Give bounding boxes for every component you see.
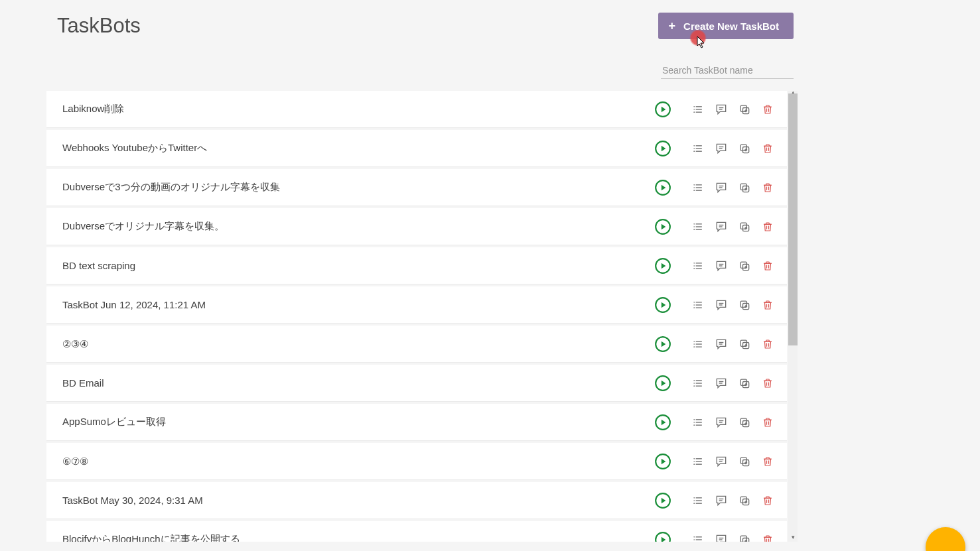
task-row[interactable]: ②③④ [46,326,787,362]
steps-button[interactable] [686,293,709,317]
steps-button[interactable] [686,137,709,160]
steps-button[interactable] [686,332,709,356]
steps-button[interactable] [686,410,709,434]
comment-button[interactable] [709,371,733,395]
delete-button[interactable] [756,528,779,542]
play-icon [654,179,671,196]
delete-button[interactable] [756,371,779,395]
play-button[interactable] [651,528,674,542]
delete-button[interactable] [756,450,779,473]
task-name-label: Dubverseで3つ分の動画のオリジナル字幕を収集 [62,181,651,194]
delete-button[interactable] [756,176,779,200]
task-row[interactable]: Dubverseでオリジナル字幕を収集。 [46,208,787,245]
task-row[interactable]: Dubverseで3つ分の動画のオリジナル字幕を収集 [46,169,787,206]
delete-button[interactable] [756,410,779,434]
play-button[interactable] [651,215,674,239]
task-row[interactable]: AppSumoレビュー取得 [46,404,787,440]
play-button[interactable] [651,450,674,473]
delete-button[interactable] [756,137,779,160]
duplicate-button[interactable] [733,176,756,200]
steps-button[interactable] [686,215,709,239]
play-icon [654,492,671,509]
delete-button[interactable] [756,293,779,317]
comment-button[interactable] [709,97,733,121]
trash-icon [762,220,774,233]
list-icon [691,494,705,507]
task-row[interactable]: Webhooks YoutubeからTwitterへ [46,130,787,166]
comment-button[interactable] [709,254,733,278]
scrollbar-track[interactable]: ▴ ▾ [788,91,798,542]
comment-button[interactable] [709,489,733,513]
play-button[interactable] [651,371,674,395]
list-icon [691,220,705,233]
chat-icon [715,533,728,542]
delete-button[interactable] [756,97,779,121]
delete-button[interactable] [756,489,779,513]
play-button[interactable] [651,332,674,356]
duplicate-button[interactable] [733,137,756,160]
list-icon [691,455,705,468]
task-actions [651,410,787,434]
play-button[interactable] [651,254,674,278]
comment-button[interactable] [709,332,733,356]
task-row[interactable]: ⑥⑦⑧ [46,443,787,479]
comment-button[interactable] [709,215,733,239]
comment-button[interactable] [709,528,733,542]
play-button[interactable] [651,489,674,513]
duplicate-button[interactable] [733,528,756,542]
steps-button[interactable] [686,97,709,121]
trash-icon [762,337,774,351]
play-button[interactable] [651,410,674,434]
duplicate-button[interactable] [733,215,756,239]
trash-icon [762,533,774,542]
duplicate-button[interactable] [733,293,756,317]
steps-button[interactable] [686,450,709,473]
trash-icon [762,298,774,312]
duplicate-button[interactable] [733,450,756,473]
list-icon [691,181,705,194]
task-row[interactable]: BD text scraping [46,247,787,284]
steps-button[interactable] [686,371,709,395]
task-row[interactable]: TaskBot Jun 12, 2024, 11:21 AM [46,286,787,323]
duplicate-button[interactable] [733,489,756,513]
task-row[interactable]: BD Email [46,365,787,401]
delete-button[interactable] [756,215,779,239]
play-button[interactable] [651,97,674,121]
delete-button[interactable] [756,254,779,278]
duplicate-icon [738,337,751,351]
chat-icon [715,103,728,116]
comment-button[interactable] [709,137,733,160]
steps-button[interactable] [686,528,709,542]
task-actions [651,489,787,513]
chat-icon [715,455,728,468]
chat-icon [715,181,728,194]
task-actions [651,371,787,395]
duplicate-button[interactable] [733,371,756,395]
duplicate-button[interactable] [733,332,756,356]
task-row[interactable]: Labiknow削除 [46,91,787,127]
comment-button[interactable] [709,450,733,473]
task-row[interactable]: BlocifyからBlogHunchに記事を公開する [46,521,787,542]
comment-button[interactable] [709,410,733,434]
scrollbar-thumb[interactable] [788,93,798,345]
search-input[interactable] [661,62,794,79]
play-icon [654,101,671,118]
delete-button[interactable] [756,332,779,356]
scroll-down-arrow-icon[interactable]: ▾ [788,532,798,542]
comment-button[interactable] [709,176,733,200]
trash-icon [762,142,774,155]
create-new-taskbot-button[interactable]: + Create New TaskBot [658,13,794,39]
play-button[interactable] [651,293,674,317]
task-actions [651,293,787,317]
play-button[interactable] [651,176,674,200]
duplicate-button[interactable] [733,410,756,434]
duplicate-button[interactable] [733,97,756,121]
steps-button[interactable] [686,489,709,513]
duplicate-button[interactable] [733,254,756,278]
task-row[interactable]: TaskBot May 30, 2024, 9:31 AM [46,482,787,519]
comment-button[interactable] [709,293,733,317]
duplicate-icon [738,455,751,468]
play-button[interactable] [651,137,674,160]
steps-button[interactable] [686,176,709,200]
steps-button[interactable] [686,254,709,278]
